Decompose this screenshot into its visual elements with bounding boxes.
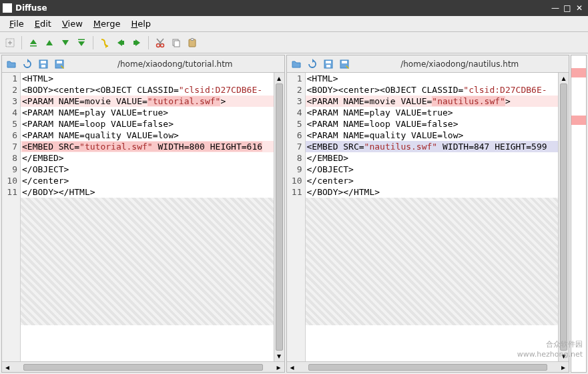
svg-rect-1 (30, 45, 37, 47)
code-line[interactable]: </center> (306, 175, 559, 186)
file-path: /home/xiaodong/tutorial.htm (69, 59, 282, 69)
svg-rect-15 (57, 61, 62, 63)
code-line[interactable]: <PARAM NAME=loop VALUE=false> (306, 118, 559, 130)
save-as-button[interactable] (53, 57, 66, 71)
empty-area (306, 198, 559, 325)
reload-button[interactable] (306, 57, 319, 71)
window-title: Diffuse (15, 3, 549, 13)
save-as-button[interactable] (338, 57, 351, 71)
svg-rect-18 (326, 65, 330, 67)
menu-merge[interactable]: Merge (88, 17, 126, 30)
code-line[interactable]: <HTML> (21, 73, 274, 84)
maximize-button[interactable]: □ (561, 3, 573, 13)
paste-button[interactable] (185, 35, 200, 50)
file-path: /home/xiaodong/nautilus.htm (354, 59, 567, 69)
svg-rect-4 (133, 41, 135, 45)
overview-diff-mark[interactable] (571, 68, 586, 77)
diff-pane-right: /home/xiaodong/nautilus.htm1234567891011… (286, 55, 570, 373)
scroll-up-icon[interactable]: ▴ (274, 73, 284, 83)
editor-area[interactable]: 1234567891011<HTML><BODY><center><OBJECT… (2, 73, 284, 361)
vertical-scrollbar[interactable]: ▴▾ (274, 73, 284, 361)
close-button[interactable]: ✕ (573, 3, 585, 13)
scrollbar-thumb[interactable] (308, 364, 548, 371)
svg-rect-12 (41, 61, 46, 63)
code-area[interactable]: <HTML><BODY><center><OBJECT CLASSID="cls… (306, 73, 559, 361)
prev-diff-button[interactable] (42, 35, 57, 50)
code-line[interactable]: </OBJECT> (306, 164, 559, 175)
open-file-button[interactable] (290, 57, 303, 71)
last-diff-button[interactable] (74, 35, 89, 50)
next-diff-button[interactable] (58, 35, 73, 50)
code-line[interactable]: <BODY><center><OBJECT CLASSID="clsid:D27… (21, 84, 274, 96)
copy-left-button[interactable] (113, 35, 128, 50)
empty-area (21, 198, 274, 325)
app-icon (3, 3, 12, 13)
diff-pane-left: /home/xiaodong/tutorial.htm1234567891011… (1, 55, 285, 373)
menu-help[interactable]: Help (125, 17, 156, 30)
svg-rect-20 (342, 61, 347, 63)
menu-view[interactable]: View (57, 17, 88, 30)
copy-right-button[interactable] (129, 35, 144, 50)
menu-edit[interactable]: Edit (29, 17, 57, 30)
open-file-button[interactable] (5, 57, 18, 71)
code-line[interactable]: <BODY><center><OBJECT CLASSID="clsid:D27… (306, 84, 559, 96)
push-right-button[interactable] (97, 35, 112, 50)
scrollbar-thumb[interactable] (560, 83, 567, 351)
line-gutter: 1234567891011 (287, 73, 306, 361)
horizontal-scrollbar[interactable]: ◂▸ (2, 361, 284, 372)
scroll-right-icon[interactable]: ▸ (274, 363, 284, 372)
scroll-left-icon[interactable]: ◂ (287, 363, 298, 372)
overview-strip[interactable] (571, 55, 587, 373)
scrollbar-thumb[interactable] (23, 364, 263, 371)
pane-header: /home/xiaodong/tutorial.htm (2, 55, 284, 73)
svg-rect-13 (41, 65, 45, 67)
save-button[interactable] (37, 57, 50, 71)
vertical-scrollbar[interactable]: ▴▾ (558, 73, 569, 361)
toolbar-separator (21, 36, 22, 49)
code-line[interactable]: <PARAM NAME=play VALUE=true> (21, 107, 274, 118)
code-line[interactable]: <PARAM NAME=loop VALUE=false> (21, 118, 274, 130)
code-line[interactable]: </EMBED> (306, 152, 559, 164)
copy-button[interactable] (169, 35, 184, 50)
svg-rect-3 (122, 41, 124, 45)
code-line[interactable]: </center> (21, 175, 274, 186)
save-button[interactable] (322, 57, 335, 71)
code-line[interactable]: <HTML> (306, 73, 559, 84)
editor-area[interactable]: 1234567891011<HTML><BODY><center><OBJECT… (287, 73, 569, 361)
code-area[interactable]: <HTML><BODY><center><OBJECT CLASSID="cls… (21, 73, 274, 361)
minimize-button[interactable]: — (549, 3, 561, 13)
code-line[interactable]: </BODY></HTML> (306, 186, 559, 198)
scroll-left-icon[interactable]: ◂ (2, 363, 13, 372)
window-titlebar: Diffuse — □ ✕ (0, 0, 588, 16)
scroll-down-icon[interactable]: ▾ (274, 351, 284, 361)
reload-button[interactable] (21, 57, 34, 71)
code-line[interactable]: <EMBED SRC="nautilus.swf" WIDTH=847 HEIG… (306, 141, 559, 152)
code-line[interactable]: <PARAM NAME=quality VALUE=low> (306, 130, 559, 141)
first-diff-button[interactable] (26, 35, 41, 50)
workspace: /home/xiaodong/tutorial.htm1234567891011… (0, 53, 588, 374)
svg-rect-2 (78, 39, 85, 40)
menu-file[interactable]: File (4, 17, 29, 30)
code-line[interactable]: <PARAM NAME=play VALUE=true> (306, 107, 559, 118)
toolbar (0, 32, 588, 53)
pane-header: /home/xiaodong/nautilus.htm (287, 55, 569, 73)
svg-rect-10 (191, 38, 194, 40)
cut-button[interactable] (153, 35, 168, 50)
code-line[interactable]: <EMBED SRC="tutorial.swf" WIDTH=800 HEIG… (21, 141, 274, 152)
scroll-right-icon[interactable]: ▸ (558, 363, 569, 372)
code-line[interactable]: <PARAM NAME=movie VALUE="nautilus.swf"> (306, 96, 559, 107)
svg-rect-17 (326, 61, 331, 63)
toolbar-separator (93, 36, 93, 49)
toolbar-separator (148, 36, 149, 49)
scroll-up-icon[interactable]: ▴ (559, 73, 569, 83)
line-gutter: 1234567891011 (2, 73, 21, 361)
code-line[interactable]: <PARAM NAME=movie VALUE="tutorial.swf"> (21, 96, 274, 107)
code-line[interactable]: <PARAM NAME=quality VALUE=low> (21, 130, 274, 141)
horizontal-scrollbar[interactable]: ◂▸ (287, 361, 569, 372)
realign-button[interactable] (3, 35, 17, 50)
code-line[interactable]: </EMBED> (21, 152, 274, 164)
code-line[interactable]: </BODY></HTML> (21, 186, 274, 198)
code-line[interactable]: </OBJECT> (21, 164, 274, 175)
overview-diff-mark[interactable] (571, 116, 586, 125)
scrollbar-thumb[interactable] (276, 83, 283, 351)
